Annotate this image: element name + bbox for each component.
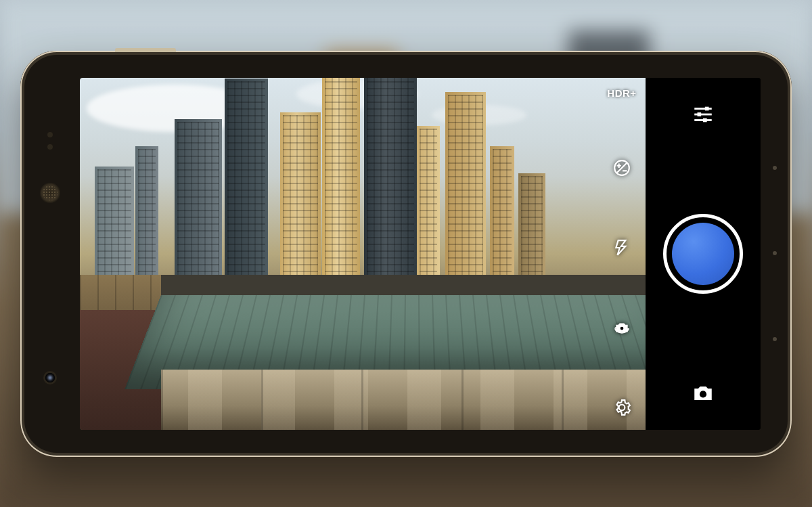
svg-rect-11 bbox=[703, 118, 707, 122]
shutter-button-inner bbox=[672, 223, 734, 285]
svg-rect-9 bbox=[705, 106, 709, 110]
screen: HDR+ bbox=[80, 78, 761, 430]
power-button bbox=[115, 48, 176, 52]
front-camera-lens bbox=[45, 373, 55, 382]
svg-rect-10 bbox=[698, 112, 702, 116]
flash-icon[interactable] bbox=[612, 238, 632, 258]
viewfinder-overlay: HDR+ bbox=[598, 78, 646, 430]
hdr-indicator[interactable]: HDR+ bbox=[607, 87, 636, 99]
camera-viewfinder[interactable]: HDR+ bbox=[80, 78, 646, 430]
settings-gear-icon[interactable] bbox=[612, 397, 632, 418]
camera-mode-icon[interactable] bbox=[690, 380, 717, 407]
shutter-button[interactable] bbox=[663, 214, 743, 294]
phone-bezel-left bbox=[20, 51, 80, 457]
exposure-compensation-icon[interactable] bbox=[612, 158, 632, 178]
options-sliders-icon[interactable] bbox=[690, 101, 717, 128]
speaker-grill bbox=[40, 183, 60, 203]
proximity-sensor bbox=[47, 132, 53, 137]
camera-controls-bar bbox=[646, 78, 761, 430]
phone-frame: HDR+ bbox=[20, 51, 792, 457]
switch-camera-icon[interactable] bbox=[612, 317, 632, 338]
svg-point-12 bbox=[700, 391, 706, 397]
svg-point-5 bbox=[620, 326, 625, 330]
android-nav-dots bbox=[771, 51, 778, 457]
